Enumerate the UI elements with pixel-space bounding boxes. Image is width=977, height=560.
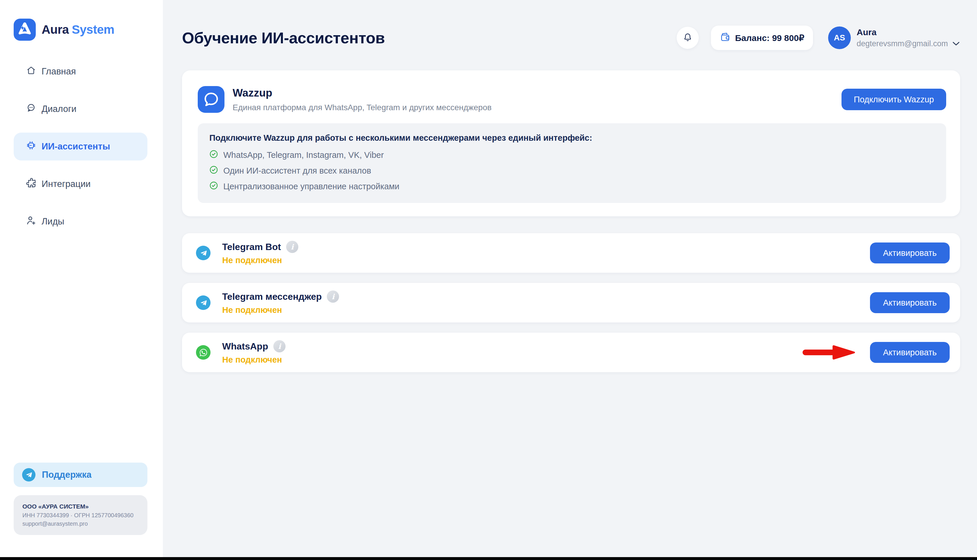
brand-name-secondary: System [72, 23, 114, 36]
avatar-initials: AS [834, 33, 845, 42]
whatsapp-icon [196, 345, 210, 360]
main-content: Обучение ИИ-ассистентов [163, 0, 977, 560]
sidebar-spacer [14, 235, 147, 463]
channel-status: Не подключен [222, 355, 285, 365]
brand-logo[interactable]: AuraSystem [14, 18, 147, 41]
wazzup-title: Wazzup [233, 87, 492, 99]
balance-pill[interactable]: Баланс: 99 800₽ [711, 26, 813, 50]
channel-status: Не подключен [222, 305, 339, 315]
feature-label: Централизованное управление настройками [223, 182, 400, 191]
page-title: Обучение ИИ-ассистентов [182, 29, 385, 47]
company-registration: ИНН 7730344399 · ОГРН 1257700496360 [22, 511, 139, 520]
telegram-icon [196, 246, 210, 260]
home-icon [26, 65, 37, 78]
channel-text: Telegram Bot i Не подключен [222, 241, 298, 265]
person-plus-icon [26, 215, 37, 228]
channel-row-telegram-messenger: Telegram мессенджер i Не подключен Актив… [182, 283, 960, 322]
chat-bubble-icon [26, 102, 37, 116]
channel-text: WhatsApp i Не подключен [222, 340, 285, 365]
channel-row-whatsapp: WhatsApp i Не подключен Активировать [182, 333, 960, 372]
wazzup-subtitle: Единая платформа для WhatsApp, Telegram … [233, 103, 492, 112]
avatar[interactable]: AS [828, 27, 851, 49]
sidebar-item-label: Диалоги [42, 104, 77, 114]
user-block: Aura degterevsmm@gmail.com [857, 27, 960, 48]
aura-logo-icon [14, 18, 36, 41]
check-circle-icon [209, 150, 218, 160]
company-email: support@aurasystem.pro [22, 520, 139, 528]
wazzup-icon [198, 86, 225, 113]
notifications-button[interactable] [677, 27, 699, 49]
chip-icon [26, 140, 37, 153]
sidebar: AuraSystem Главная Диалоги [0, 0, 163, 560]
info-icon[interactable]: i [327, 290, 339, 303]
telegram-support-icon [22, 468, 35, 482]
page-header: Обучение ИИ-ассистентов [182, 26, 960, 50]
feature-item: WhatsApp, Telegram, Instagram, VK, Viber [209, 150, 935, 160]
chevron-down-icon[interactable] [952, 41, 960, 47]
sidebar-item-label: ИИ-ассистенты [42, 141, 110, 152]
user-email: degterevsmm@gmail.com [857, 39, 948, 48]
channel-text: Telegram мессенджер i Не подключен [222, 290, 339, 315]
brand-name-primary: Aura [42, 23, 69, 36]
wazzup-info-box: Подключите Wazzup для работы с нескольки… [198, 123, 946, 203]
company-name: ООО «АУРА СИСТЕМ» [22, 502, 139, 510]
connect-wazzup-button[interactable]: Подключить Wazzup [842, 89, 946, 110]
feature-item: Централизованное управление настройками [209, 181, 935, 192]
brand-name: AuraSystem [42, 23, 114, 37]
channel-status: Не подключен [222, 255, 298, 265]
feature-item: Один ИИ-ассистент для всех каналов [209, 165, 935, 176]
wallet-icon [720, 32, 731, 44]
company-info-card: ООО «АУРА СИСТЕМ» ИНН 7730344399 · ОГРН … [14, 495, 147, 535]
activate-telegram-messenger-button[interactable]: Активировать [870, 292, 950, 313]
user-name: Aura [857, 27, 960, 37]
sidebar-item-integrations[interactable]: Интеграции [14, 170, 147, 198]
channel-name: Telegram мессенджер [222, 291, 322, 302]
wazzup-card-header: Wazzup Единая платформа для WhatsApp, Te… [198, 86, 946, 113]
channel-row-telegram-bot: Telegram Bot i Не подключен Активировать [182, 233, 960, 273]
wazzup-titles: Wazzup Единая платформа для WhatsApp, Te… [233, 87, 492, 112]
support-label: Поддержка [42, 470, 92, 480]
header-right-cluster: Баланс: 99 800₽ AS Aura degterevsmm@gmai… [677, 26, 960, 50]
puzzle-icon [26, 177, 37, 191]
check-circle-icon [209, 181, 218, 192]
sidebar-item-label: Интеграции [42, 179, 91, 189]
bell-icon [683, 32, 693, 43]
app-window: AuraSystem Главная Диалоги [0, 0, 977, 560]
sidebar-item-ai-assistants[interactable]: ИИ-ассистенты [14, 133, 147, 160]
sidebar-item-label: Лиды [42, 216, 64, 227]
highlight-arrow-icon [801, 344, 859, 361]
bottom-bar [0, 557, 977, 560]
wazzup-info-heading: Подключите Wazzup для работы с нескольки… [209, 133, 935, 143]
telegram-icon [196, 295, 210, 310]
activate-whatsapp-button[interactable]: Активировать [870, 342, 950, 363]
balance-label: Баланс: 99 800₽ [735, 33, 804, 43]
info-icon[interactable]: i [273, 340, 285, 352]
channel-name: Telegram Bot [222, 242, 281, 252]
activate-telegram-bot-button[interactable]: Активировать [870, 242, 950, 263]
info-icon[interactable]: i [286, 241, 298, 253]
channel-name: WhatsApp [222, 341, 268, 352]
sidebar-nav: Главная Диалоги [14, 58, 147, 235]
support-button[interactable]: Поддержка [14, 463, 147, 487]
sidebar-item-dialogs[interactable]: Диалоги [14, 95, 147, 123]
wazzup-card: Wazzup Единая платформа для WhatsApp, Te… [182, 70, 960, 216]
sidebar-item-home[interactable]: Главная [14, 58, 147, 85]
sidebar-item-label: Главная [42, 66, 76, 77]
sidebar-item-leads[interactable]: Лиды [14, 208, 147, 235]
feature-label: Один ИИ-ассистент для всех каналов [223, 166, 371, 176]
check-circle-icon [209, 165, 218, 176]
wazzup-features: WhatsApp, Telegram, Instagram, VK, Viber… [209, 150, 935, 192]
feature-label: WhatsApp, Telegram, Instagram, VK, Viber [223, 150, 384, 160]
